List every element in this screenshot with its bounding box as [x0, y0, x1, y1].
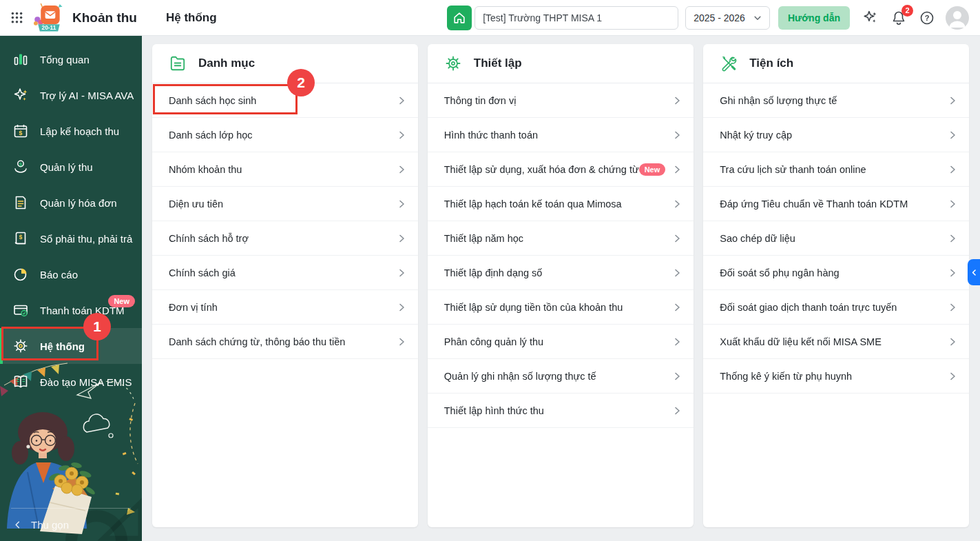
gear-white-icon — [12, 338, 30, 354]
sidebar: Tổng quanTrợ lý AI - MISA AVA$Lập kế hoạ… — [0, 36, 142, 541]
menu-item[interactable]: Đơn vị tính — [152, 290, 418, 325]
sidebar-item-2[interactable]: $Lập kế hoạch thu — [0, 113, 142, 149]
tools-icon — [720, 54, 738, 72]
menu-item[interactable]: Ghi nhận số lượng thực tế — [703, 83, 969, 118]
expand-panel-tab[interactable] — [968, 259, 980, 285]
menu-item[interactable]: Phân công quản lý thu — [428, 325, 694, 359]
chevron-right-icon — [948, 199, 957, 209]
menu-item[interactable]: Danh sách lớp học — [152, 118, 418, 152]
chevron-right-icon — [948, 96, 957, 105]
menu-item[interactable]: Đối soát giao dịch thanh toán trực tuyến — [703, 290, 969, 325]
school-selector — [447, 6, 678, 30]
app-grid-icon[interactable] — [10, 10, 24, 25]
menu-item-label: Quản lý ghi nhận số lượng thực tế — [444, 371, 673, 382]
chevron-right-icon — [948, 130, 957, 140]
menu-item-label: Đối soát giao dịch thanh toán trực tuyến — [720, 302, 948, 313]
menu-item[interactable]: Danh sách học sinh2 — [152, 83, 418, 118]
menu-item-label: Phân công quản lý thu — [444, 336, 673, 347]
menu-item-label: Đối soát sổ phụ ngân hàng — [720, 267, 948, 278]
ledger-icon: $ — [12, 230, 30, 247]
open-book-icon — [12, 374, 30, 390]
menu-item-label: Danh sách chứng từ, thông báo thu tiền — [169, 336, 397, 347]
menu-item[interactable]: Hình thức thanh toán — [428, 118, 694, 152]
chevron-right-icon — [397, 268, 406, 278]
menu-item[interactable]: Nhật ký truy cập — [703, 118, 969, 152]
menu-item[interactable]: Danh sách chứng từ, thông báo thu tiền — [152, 325, 418, 359]
sidebar-item-6[interactable]: Báo cáo — [0, 256, 142, 292]
home-button[interactable] — [447, 6, 472, 30]
chevron-down-icon — [753, 14, 762, 22]
sidebar-item-7[interactable]: Thanh toán KDTMNew — [0, 292, 142, 328]
menu-item-label: Danh sách học sinh — [169, 95, 397, 106]
chevron-right-icon — [672, 165, 682, 174]
menu-item[interactable]: Sao chép dữ liệu — [703, 221, 969, 256]
menu-item[interactable]: Chính sách hỗ trợ — [152, 221, 418, 256]
menu-item[interactable]: Xuất khẩu dữ liệu kết nối MISA SME — [703, 325, 969, 359]
menu-item-label: Nhóm khoản thu — [169, 164, 397, 175]
menu-item[interactable]: Đáp ứng Tiêu chuẩn về Thanh toán KDTM — [703, 187, 969, 221]
menu-item-label: Hình thức thanh toán — [444, 130, 673, 141]
menu-item-label: Thống kê ý kiến từ phụ huynh — [720, 371, 948, 382]
school-input[interactable] — [475, 6, 678, 30]
hand-coin-icon: $ — [12, 159, 30, 175]
pie-chart-icon — [12, 266, 30, 283]
sidebar-item-5[interactable]: $Sổ phải thu, phải trả — [0, 221, 142, 256]
menu-item[interactable]: Thiết lập hạch toán kế toán qua Mimosa — [428, 187, 694, 221]
folder-list-icon — [169, 54, 187, 72]
sidebar-item-3[interactable]: $Quản lý thu — [0, 149, 142, 185]
chevron-right-icon — [948, 337, 957, 347]
school-year-select[interactable]: 2025 - 2026 — [685, 6, 770, 30]
sidebar-item-8[interactable]: Hệ thống1 — [0, 328, 142, 364]
chevron-right-icon — [397, 199, 406, 209]
sidebar-item-label: Đào tạo MISA EMIS — [40, 376, 132, 388]
chevron-right-icon — [397, 337, 406, 347]
invoice-icon — [12, 194, 30, 211]
user-avatar[interactable] — [946, 6, 969, 30]
chevron-right-icon — [397, 130, 406, 140]
menu-item[interactable]: Nhóm khoản thu — [152, 152, 418, 187]
sidebar-item-label: Hệ thống — [40, 340, 85, 352]
new-badge: New — [108, 295, 135, 307]
sidebar-item-4[interactable]: Quản lý hóa đơn — [0, 185, 142, 221]
help-button[interactable]: ? — [919, 10, 935, 26]
card-danh-muc: Danh mụcDanh sách học sinh2Danh sách lớp… — [152, 44, 418, 527]
chevron-right-icon — [672, 130, 682, 140]
menu-item[interactable]: Thiết lập sử dụng, xuất hóa đơn & chứng … — [428, 152, 694, 187]
guide-button[interactable]: Hướng dẫn — [778, 6, 850, 30]
sidebar-item-label: Trợ lý AI - MISA AVA — [40, 90, 134, 101]
menu-item[interactable]: Thiết lập năm học — [428, 221, 694, 256]
menu-item[interactable]: Thông tin đơn vị — [428, 83, 694, 118]
chevron-right-icon — [672, 96, 682, 105]
sidebar-item-0[interactable]: Tổng quan — [0, 41, 142, 77]
menu-item[interactable]: Thiết lập định dạng số — [428, 256, 694, 290]
menu-item[interactable]: Quản lý ghi nhận số lượng thực tế — [428, 359, 694, 394]
chevron-right-icon — [397, 96, 406, 105]
svg-text:$: $ — [19, 234, 23, 241]
menu-item[interactable]: Chính sách giá — [152, 256, 418, 290]
menu-item[interactable]: Đối soát sổ phụ ngân hàng — [703, 256, 969, 290]
card-header: Thiết lập — [428, 44, 694, 83]
chevron-right-icon — [397, 303, 406, 312]
ai-sparkles-icon[interactable] — [862, 9, 879, 26]
sidebar-item-1[interactable]: Trợ lý AI - MISA AVA — [0, 77, 142, 113]
chevron-right-icon — [672, 234, 682, 243]
menu-item[interactable]: Thiết lập sử dụng tiền tồn của khoản thu — [428, 290, 694, 325]
sidebar-item-9[interactable]: Đào tạo MISA EMIS — [0, 364, 142, 400]
chevron-right-icon — [948, 268, 957, 278]
collapse-label: Thu gọn — [31, 519, 69, 531]
menu-item[interactable]: Thiết lập hình thức thu — [428, 394, 694, 428]
chevron-right-icon — [672, 303, 682, 312]
card-body: Thông tin đơn vịHình thức thanh toánThiế… — [428, 83, 694, 428]
menu-item[interactable]: Tra cứu lịch sử thanh toán online — [703, 152, 969, 187]
collapse-sidebar-button[interactable]: Thu gọn — [0, 508, 142, 541]
app-title: Khoản thu — [72, 10, 137, 25]
menu-item[interactable]: Thống kê ý kiến từ phụ huynh — [703, 359, 969, 394]
card-check-icon — [12, 302, 30, 318]
chevron-left-icon — [970, 269, 978, 276]
khoan-thu-logo-icon[interactable]: 20-11 — [32, 2, 65, 33]
calendar-dollar-icon: $ — [12, 123, 30, 139]
chevron-right-icon — [397, 165, 406, 174]
chevron-right-icon — [672, 371, 682, 381]
notifications-button[interactable]: 2 — [890, 10, 907, 26]
menu-item[interactable]: Diện ưu tiên — [152, 187, 418, 221]
